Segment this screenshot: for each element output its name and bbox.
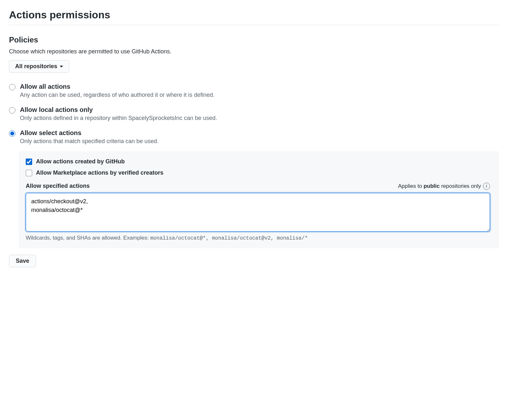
radio-label-allow-local: Allow local actions only <box>20 106 217 114</box>
radio-allow-select[interactable] <box>9 130 15 137</box>
radio-desc-allow-local: Only actions defined in a repository wit… <box>20 115 217 122</box>
save-button[interactable]: Save <box>9 255 36 267</box>
caret-down-icon <box>60 66 63 68</box>
checkbox-row-marketplace[interactable]: Allow Marketplace actions by verified cr… <box>26 169 490 176</box>
info-icon[interactable]: i <box>483 183 490 190</box>
page-title: Actions permissions <box>9 9 499 25</box>
applies-suffix: repositories only <box>440 183 481 189</box>
policies-heading: Policies <box>9 35 499 44</box>
specified-actions-hint: Wildcards, tags, and SHAs are allowed. E… <box>26 235 490 241</box>
radio-option-allow-select[interactable]: Allow select actions Only actions that m… <box>9 129 499 145</box>
hint-examples: monalisa/octocat@*, monalisa/octocat@v2,… <box>150 235 308 241</box>
radio-option-allow-all[interactable]: Allow all actions Any action can be used… <box>9 83 499 98</box>
applies-bold: public <box>423 183 440 189</box>
radio-desc-allow-all: Any action can be used, regardless of wh… <box>20 92 214 98</box>
checkbox-allow-marketplace[interactable] <box>26 170 32 176</box>
checkbox-label-allow-marketplace: Allow Marketplace actions by verified cr… <box>36 169 163 176</box>
repositories-dropdown[interactable]: All repositories <box>9 60 69 73</box>
radio-label-allow-all: Allow all actions <box>20 83 214 90</box>
radio-allow-local[interactable] <box>9 107 15 114</box>
applies-prefix: Applies to <box>398 183 423 189</box>
checkbox-label-allow-github: Allow actions created by GitHub <box>36 158 125 165</box>
radio-allow-all[interactable] <box>9 84 15 90</box>
applies-note: Applies to public repositories only i <box>398 183 490 190</box>
policies-description: Choose which repositories are permitted … <box>9 48 499 55</box>
checkbox-allow-github[interactable] <box>26 159 32 165</box>
radio-desc-allow-select: Only actions that match specified criter… <box>20 138 159 145</box>
select-actions-panel: Allow actions created by GitHub Allow Ma… <box>19 151 499 248</box>
hint-prefix: Wildcards, tags, and SHAs are allowed. E… <box>26 235 150 241</box>
radio-option-allow-local[interactable]: Allow local actions only Only actions de… <box>9 106 499 122</box>
checkbox-row-github[interactable]: Allow actions created by GitHub <box>26 158 490 165</box>
repositories-dropdown-label: All repositories <box>15 63 57 70</box>
specified-actions-title: Allow specified actions <box>26 183 90 189</box>
radio-label-allow-select: Allow select actions <box>20 129 159 137</box>
specified-actions-input[interactable] <box>26 193 490 232</box>
